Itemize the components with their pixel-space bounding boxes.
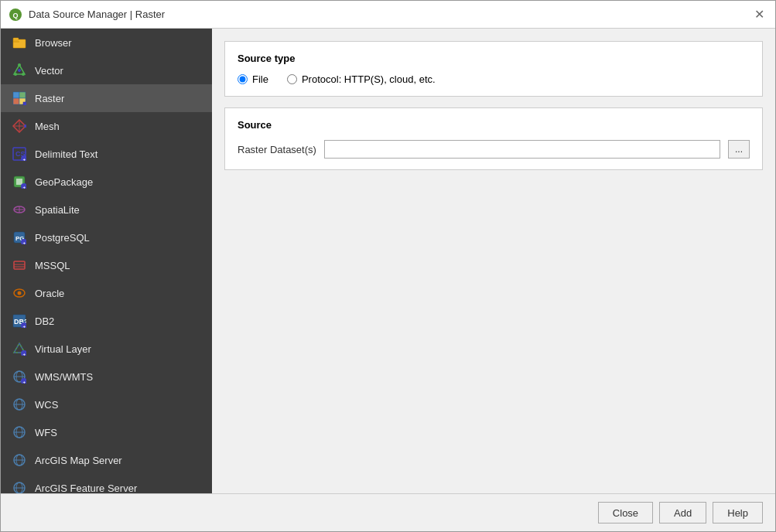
postgres-icon: PG+ <box>12 230 27 245</box>
main-panel: Source type File Protocol: HTTP(S), clou… <box>212 29 775 493</box>
sidebar-item-mssql[interactable]: MSSQL <box>1 251 212 279</box>
svg-rect-11 <box>13 92 19 98</box>
sidebar-item-label: Vector <box>35 65 63 77</box>
sidebar: Browser Vector <box>1 29 212 493</box>
sidebar-item-label: WMS/WMTS <box>35 371 93 383</box>
sidebar-item-label: Raster <box>35 93 64 104</box>
titlebar: Q Data Source Manager | Raster ✕ <box>1 1 775 29</box>
source-type-protocol-radio[interactable] <box>287 74 297 84</box>
sidebar-item-raster[interactable]: Raster <box>1 84 212 112</box>
sidebar-item-wms-wmts[interactable]: + WMS/WMTS <box>1 363 212 390</box>
sidebar-item-oracle[interactable]: Oracle <box>1 279 212 307</box>
vector-icon <box>12 63 27 78</box>
svg-text:+: + <box>23 240 26 244</box>
sidebar-item-wcs[interactable]: WCS <box>1 390 212 418</box>
close-window-button[interactable]: ✕ <box>750 6 767 23</box>
titlebar-title: Data Source Manager | Raster <box>29 9 165 20</box>
dataset-input[interactable] <box>324 140 720 159</box>
sidebar-item-label: DB2 <box>35 315 54 327</box>
svg-point-7 <box>14 73 17 76</box>
add-button[interactable]: Add <box>659 502 706 523</box>
arcgis-feature-icon <box>12 480 27 493</box>
source-type-file-option[interactable]: File <box>238 73 268 85</box>
sidebar-item-wfs[interactable]: WFS <box>1 418 212 446</box>
svg-rect-4 <box>13 41 19 43</box>
wfs-icon <box>12 425 27 440</box>
sidebar-item-vector[interactable]: Vector <box>1 56 212 84</box>
virtual-icon: + <box>12 341 27 356</box>
sidebar-item-label: Delimited Text <box>35 148 97 160</box>
sidebar-item-geopackage[interactable]: + GeoPackage <box>1 168 212 196</box>
sidebar-item-label: Virtual Layer <box>35 343 91 355</box>
svg-rect-15 <box>23 102 26 105</box>
source-type-protocol-option[interactable]: Protocol: HTTP(S), cloud, etc. <box>287 73 436 85</box>
arcgis-map-icon <box>12 452 27 468</box>
sidebar-item-label: Oracle <box>35 288 64 299</box>
svg-text:+: + <box>23 324 26 328</box>
sidebar-item-label: ArcGIS Feature Server <box>35 483 137 494</box>
sidebar-item-label: ArcGIS Map Server <box>35 455 122 466</box>
titlebar-separator: | <box>127 9 135 20</box>
svg-rect-13 <box>13 98 19 104</box>
content-area: Browser Vector <box>1 29 775 493</box>
source-type-options: File Protocol: HTTP(S), cloud, etc. <box>238 73 750 85</box>
source-row: Raster Dataset(s) ... <box>238 140 750 159</box>
svg-point-39 <box>18 292 22 295</box>
browse-button[interactable]: ... <box>728 140 750 159</box>
source-type-title: Source type <box>238 53 750 64</box>
mesh-icon <box>12 118 27 134</box>
source-type-file-radio[interactable] <box>238 74 248 84</box>
titlebar-app-name: Data Source Manager <box>29 9 127 20</box>
help-button[interactable]: Help <box>713 502 763 523</box>
sidebar-item-label: GeoPackage <box>35 176 93 188</box>
footer: Close Add Help <box>1 493 775 531</box>
folder-icon <box>12 35 27 50</box>
svg-text:+: + <box>23 157 26 161</box>
db2-icon: DB2+ <box>12 313 27 329</box>
sidebar-item-label: WCS <box>35 399 58 411</box>
spatialite-icon <box>12 202 27 217</box>
wcs-icon <box>12 397 27 412</box>
svg-rect-12 <box>19 92 26 98</box>
oracle-icon <box>12 285 27 301</box>
source-type-section: Source type File Protocol: HTTP(S), clou… <box>224 41 763 97</box>
close-button[interactable]: Close <box>598 502 653 523</box>
geopackage-icon: + <box>12 174 27 189</box>
qgis-logo-icon: Q <box>9 8 22 22</box>
svg-point-10 <box>19 70 21 72</box>
sidebar-item-arcgis-feature[interactable]: ArcGIS Feature Server <box>1 474 212 493</box>
sidebar-item-label: PostgreSQL <box>35 232 90 244</box>
svg-point-9 <box>18 63 21 66</box>
sidebar-item-virtual-layer[interactable]: + Virtual Layer <box>1 335 212 363</box>
sidebar-item-arcgis-map[interactable]: ArcGIS Map Server <box>1 446 212 474</box>
source-title: Source <box>238 119 750 131</box>
svg-text:+: + <box>23 380 26 384</box>
svg-rect-3 <box>13 39 26 48</box>
svg-text:+: + <box>23 185 26 189</box>
sidebar-item-browser[interactable]: Browser <box>1 29 212 56</box>
sidebar-item-label: SpatiaLite <box>35 204 80 216</box>
sidebar-item-label: Browser <box>35 37 72 49</box>
source-type-protocol-label: Protocol: HTTP(S), cloud, etc. <box>302 73 436 85</box>
sidebar-item-delimited-text[interactable]: CSV+ Delimited Text <box>1 140 212 168</box>
sidebar-item-label: Mesh <box>35 121 60 132</box>
sidebar-item-label: WFS <box>35 427 57 438</box>
main-window: Q Data Source Manager | Raster ✕ Browser <box>0 0 776 532</box>
sidebar-item-postgresql[interactable]: PG+ PostgreSQL <box>1 223 212 251</box>
wms-icon: + <box>12 369 27 384</box>
sidebar-item-spatialite[interactable]: SpatiaLite <box>1 196 212 223</box>
svg-rect-35 <box>14 261 25 269</box>
svg-text:+: + <box>23 352 26 356</box>
svg-point-8 <box>22 73 25 76</box>
sidebar-item-db2[interactable]: DB2+ DB2 <box>1 307 212 335</box>
mssql-icon <box>12 257 27 273</box>
svg-text:Q: Q <box>12 12 18 19</box>
dataset-label: Raster Dataset(s) <box>238 144 316 155</box>
titlebar-current-section: Raster <box>135 9 165 20</box>
source-section: Source Raster Dataset(s) ... <box>224 107 763 170</box>
source-type-file-label: File <box>252 73 268 85</box>
raster-icon <box>12 90 27 106</box>
titlebar-left: Q Data Source Manager | Raster <box>9 8 165 22</box>
sidebar-item-mesh[interactable]: Mesh <box>1 112 212 140</box>
svg-rect-25 <box>16 179 22 185</box>
